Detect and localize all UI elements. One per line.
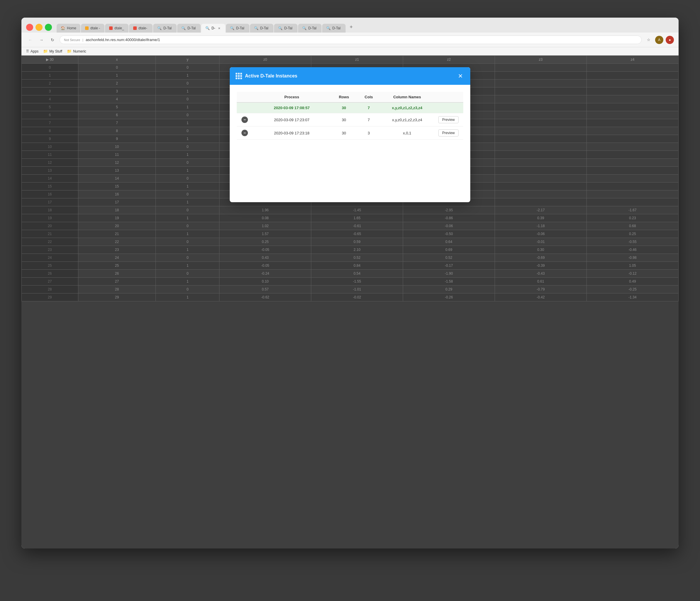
bookmark-mystuff-label: My Stuff xyxy=(49,49,62,53)
instance-rows: 30 xyxy=(331,126,357,140)
traffic-lights xyxy=(26,24,52,31)
tab-close-icon[interactable]: ✕ xyxy=(217,26,221,30)
active-instances-modal: Active D-Tale Instances ✕ Process Rows C… xyxy=(230,67,470,202)
col-header-colnames: Column Names xyxy=(380,92,433,102)
instance-cols: 7 xyxy=(357,102,380,113)
minimize-button[interactable] xyxy=(35,24,43,31)
nav-bar: ← → ↻ Not Secure | aschonfeld.hn.res.num… xyxy=(21,32,679,47)
separator: | xyxy=(82,38,83,42)
nav-actions: ☆ A ● xyxy=(645,36,674,44)
modal-close-button[interactable]: ✕ xyxy=(456,72,465,80)
new-tab-button[interactable]: + xyxy=(346,22,356,32)
remove-instance-button[interactable]: − xyxy=(242,117,248,123)
col-header-process: Process xyxy=(253,92,331,102)
tabs-row: 🏠 Home dtale - dtale_ dtale- 🔍 D-Tal xyxy=(57,22,674,32)
instance-cols: 3 xyxy=(357,126,380,140)
col-header-cols: Cols xyxy=(357,92,380,102)
maximize-button[interactable] xyxy=(45,24,52,31)
reload-button[interactable]: ↻ xyxy=(48,36,57,44)
tab-search-6[interactable]: 🔍 D-Tal xyxy=(298,24,322,32)
modal-title: Active D-Tale Instances xyxy=(235,73,297,79)
instance-preview-cell: Preview xyxy=(433,126,463,140)
close-button[interactable] xyxy=(26,24,33,31)
tab-dtale-1[interactable]: dtale - xyxy=(81,24,104,32)
forward-button[interactable]: → xyxy=(37,36,46,44)
instance-action xyxy=(433,102,463,113)
url-text: aschonfeld.hn.res.num:40000/dtale/iframe… xyxy=(86,38,160,42)
instance-remove-cell: − xyxy=(237,113,253,126)
instance-rows: 30 xyxy=(331,113,357,126)
modal-overlay: Active D-Tale Instances ✕ Process Rows C… xyxy=(21,55,679,549)
instance-process[interactable]: 2020-03-09 17:08:57 xyxy=(253,102,331,113)
instance-colnames: x,y,z0,z1,z2,z3,z4 xyxy=(380,113,433,126)
modal-title-text: Active D-Tale Instances xyxy=(245,73,297,79)
table-header-row: Process Rows Cols Column Names xyxy=(237,92,463,102)
bookmark-apps[interactable]: ⠿ Apps xyxy=(26,49,39,53)
extensions-button[interactable]: ● xyxy=(666,36,674,44)
instance-active-indicator xyxy=(237,102,253,113)
tab-dtale-2[interactable]: dtale_ xyxy=(105,24,128,32)
bookmark-numeric-label: Numeric xyxy=(73,49,86,53)
profile-button[interactable]: A xyxy=(655,36,663,44)
col-header-action xyxy=(433,92,463,102)
bookmark-mystuff[interactable]: 📁 My Stuff xyxy=(43,49,62,53)
browser-window: 🏠 Home dtale - dtale_ dtale- 🔍 D-Tal xyxy=(21,18,679,549)
security-indicator: Not Secure xyxy=(64,38,80,42)
instance-process[interactable]: 2020-03-09 17:23:18 xyxy=(253,126,331,140)
tab-search-3[interactable]: 🔍 D-Tal xyxy=(226,24,249,32)
content-area: ▶ 30 x y z0 z1 z2 z3 z4 0 0 0 1 xyxy=(21,55,679,549)
bookmark-numeric[interactable]: 📁 Numeric xyxy=(67,49,86,53)
back-button[interactable]: ← xyxy=(26,36,34,44)
preview-button[interactable]: Preview xyxy=(438,129,458,137)
bookmark-star-button[interactable]: ☆ xyxy=(645,36,653,44)
instance-row: 2020-03-09 17:08:57 30 7 x,y,z0,z1,z2,z3… xyxy=(237,102,463,113)
instance-cols: 7 xyxy=(357,113,380,126)
tab-search-7[interactable]: 🔍 D-Tal xyxy=(322,24,346,32)
remove-instance-button[interactable]: − xyxy=(242,130,248,136)
bookmarks-bar: ⠿ Apps 📁 My Stuff 📁 Numeric xyxy=(21,47,679,55)
tab-search-4[interactable]: 🔍 D-Tal xyxy=(250,24,273,32)
address-bar[interactable]: Not Secure | aschonfeld.hn.res.num:40000… xyxy=(59,35,642,44)
dtale-grid-icon xyxy=(235,73,242,79)
folder-icon-1: 📁 xyxy=(43,49,48,53)
tab-active[interactable]: 🔍 D- ✕ xyxy=(201,24,225,32)
instance-colnames: x,0,1 xyxy=(380,126,433,140)
instance-row: − 2020-03-09 17:23:18 30 3 x,0,1 Preview xyxy=(237,126,463,140)
title-bar: 🏠 Home dtale - dtale_ dtale- 🔍 D-Tal xyxy=(21,18,679,32)
instance-row: − 2020-03-09 17:23:07 30 7 x,y,z0,z1,z2,… xyxy=(237,113,463,126)
col-header-rows: Rows xyxy=(331,92,357,102)
instances-table: Process Rows Cols Column Names 2020-03-0… xyxy=(237,92,463,140)
tab-search-5[interactable]: 🔍 D-Tal xyxy=(274,24,298,32)
tab-dtale-3[interactable]: dtale- xyxy=(129,24,153,32)
tab-home[interactable]: 🏠 Home xyxy=(57,24,80,32)
tab-search-1[interactable]: 🔍 D-Tal xyxy=(153,24,177,32)
instance-preview-cell: Preview xyxy=(433,113,463,126)
modal-body: Process Rows Cols Column Names 2020-03-0… xyxy=(230,85,470,202)
instance-rows: 30 xyxy=(331,102,357,113)
preview-button[interactable]: Preview xyxy=(438,116,458,123)
instance-colnames: x,y,z0,z1,z2,z3,z4 xyxy=(380,102,433,113)
modal-header: Active D-Tale Instances ✕ xyxy=(230,67,470,85)
tab-search-2[interactable]: 🔍 D-Tal xyxy=(177,24,201,32)
bookmark-apps-label: Apps xyxy=(30,49,39,53)
folder-icon-2: 📁 xyxy=(67,49,72,53)
instance-process[interactable]: 2020-03-09 17:23:07 xyxy=(253,113,331,126)
col-header-empty xyxy=(237,92,253,102)
grid-icon: ⠿ xyxy=(26,49,29,53)
instance-remove-cell: − xyxy=(237,126,253,140)
